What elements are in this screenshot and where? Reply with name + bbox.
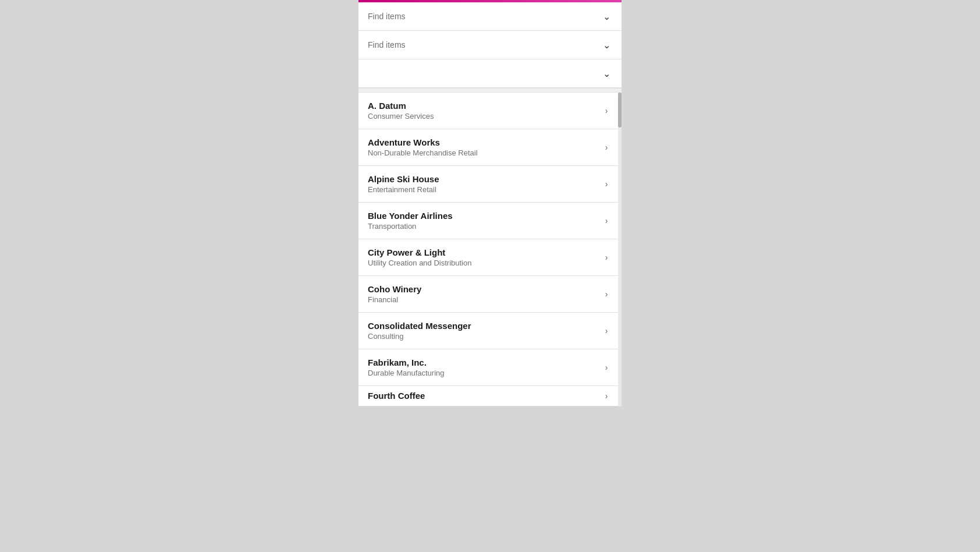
filter-3-chevron-down-icon: ⌄: [601, 68, 612, 79]
list-item-coho-winery-name: Coho Winery: [368, 284, 601, 294]
list-item-blue-yonder-airlines-content: Blue Yonder Airlines Transportation: [368, 211, 601, 231]
list-item-blue-yonder-airlines-name: Blue Yonder Airlines: [368, 211, 601, 221]
list-item-city-power-light-content: City Power & Light Utility Creation and …: [368, 247, 601, 267]
list-item-city-power-light-name: City Power & Light: [368, 247, 601, 257]
main-panel: Find items ⌄ Find items ⌄ ⌄ A. Datum Con…: [358, 2, 622, 406]
list-item-coho-winery-category: Financial: [368, 295, 601, 304]
filter-3[interactable]: ⌄: [358, 59, 622, 87]
list-item-a-datum-content: A. Datum Consumer Services: [368, 101, 601, 121]
list-item-fabrikam[interactable]: Fabrikam, Inc. Durable Manufacturing ›: [358, 349, 622, 386]
list-item-a-datum[interactable]: A. Datum Consumer Services ›: [358, 93, 622, 129]
list-item-a-datum-chevron-right-icon: ›: [601, 105, 612, 116]
list-item-fourth-coffee-content: Fourth Coffee: [368, 391, 601, 402]
list-item-blue-yonder-airlines[interactable]: Blue Yonder Airlines Transportation ›: [358, 203, 622, 239]
list-item-fourth-coffee-chevron-right-icon: ›: [601, 390, 612, 402]
list-item-adventure-works-name: Adventure Works: [368, 137, 601, 147]
list-item-city-power-light-chevron-right-icon: ›: [601, 252, 612, 263]
scrollbar-track: [618, 93, 622, 406]
list-item-adventure-works-content: Adventure Works Non-Durable Merchandise …: [368, 137, 601, 157]
list-item-fourth-coffee[interactable]: Fourth Coffee ›: [358, 386, 622, 406]
list-item-adventure-works[interactable]: Adventure Works Non-Durable Merchandise …: [358, 129, 622, 166]
list-item-consolidated-messenger-chevron-right-icon: ›: [601, 325, 612, 337]
list-item-fourth-coffee-name: Fourth Coffee: [368, 391, 601, 401]
list-item-fabrikam-name: Fabrikam, Inc.: [368, 358, 601, 367]
list-item-consolidated-messenger[interactable]: Consolidated Messenger Consulting ›: [358, 313, 622, 349]
scrollbar-thumb[interactable]: [618, 93, 622, 128]
filter-2[interactable]: Find items ⌄: [358, 31, 622, 59]
list-item-fabrikam-content: Fabrikam, Inc. Durable Manufacturing: [368, 358, 601, 377]
filter-2-chevron-down-icon: ⌄: [601, 39, 612, 51]
list-item-coho-winery-chevron-right-icon: ›: [601, 288, 612, 300]
list-separator: [358, 88, 622, 93]
list-item-coho-winery[interactable]: Coho Winery Financial ›: [358, 276, 622, 313]
list-item-city-power-light[interactable]: City Power & Light Utility Creation and …: [358, 239, 622, 276]
list-item-alpine-ski-house-category: Entertainment Retail: [368, 185, 601, 194]
accounts-list: A. Datum Consumer Services › Adventure W…: [358, 93, 622, 406]
list-item-alpine-ski-house[interactable]: Alpine Ski House Entertainment Retail ›: [358, 166, 622, 203]
list-item-adventure-works-chevron-right-icon: ›: [601, 141, 612, 153]
list-item-blue-yonder-airlines-category: Transportation: [368, 222, 601, 231]
list-item-coho-winery-content: Coho Winery Financial: [368, 284, 601, 304]
filter-1[interactable]: Find items ⌄: [358, 2, 622, 31]
filter-1-chevron-down-icon: ⌄: [601, 10, 612, 22]
list-item-consolidated-messenger-name: Consolidated Messenger: [368, 321, 601, 331]
list-item-consolidated-messenger-category: Consulting: [368, 332, 601, 341]
filter-section: Find items ⌄ Find items ⌄ ⌄: [358, 2, 622, 88]
list-item-city-power-light-category: Utility Creation and Distribution: [368, 259, 601, 267]
list-item-alpine-ski-house-name: Alpine Ski House: [368, 174, 601, 184]
list-item-alpine-ski-house-chevron-right-icon: ›: [601, 178, 612, 190]
list-item-a-datum-category: Consumer Services: [368, 112, 601, 121]
list-item-alpine-ski-house-content: Alpine Ski House Entertainment Retail: [368, 174, 601, 194]
list-item-fabrikam-category: Durable Manufacturing: [368, 369, 601, 377]
filter-1-label: Find items: [368, 12, 406, 21]
filter-2-label: Find items: [368, 40, 406, 49]
list-item-consolidated-messenger-content: Consolidated Messenger Consulting: [368, 321, 601, 341]
list-item-a-datum-name: A. Datum: [368, 101, 601, 111]
list-item-adventure-works-category: Non-Durable Merchandise Retail: [368, 148, 601, 157]
list-item-fabrikam-chevron-right-icon: ›: [601, 362, 612, 373]
list-item-blue-yonder-airlines-chevron-right-icon: ›: [601, 215, 612, 227]
